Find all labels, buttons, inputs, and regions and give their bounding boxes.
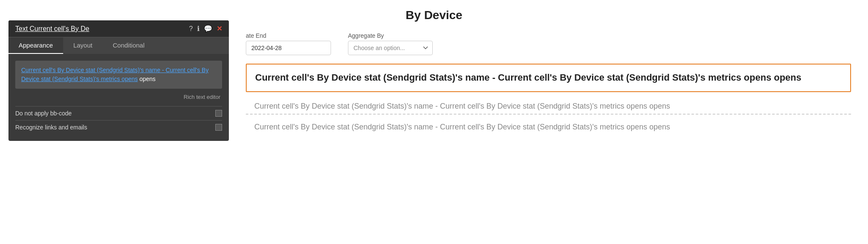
panel-icons: ? ℹ 💬 ✕ [189, 25, 222, 33]
preview-link-text: Current cell's By Device stat (Sendgrid … [21, 67, 209, 82]
aggregate-by-group: Aggregate By Choose an option... [348, 32, 433, 55]
tab-layout[interactable]: Layout [63, 37, 103, 54]
normal-cell-text: Current cell's By Device stat (Sendgrid … [254, 102, 670, 110]
tab-appearance[interactable]: Appearance [8, 37, 63, 54]
close-icon[interactable]: ✕ [217, 25, 222, 33]
panel-body: Current cell's By Device stat (Sendgrid … [8, 54, 229, 141]
date-end-input[interactable] [246, 41, 331, 55]
panel-title: Text Current cell's By De [15, 25, 89, 33]
comment-icon[interactable]: 💬 [204, 25, 212, 33]
option-bbcode-checkbox[interactable] [215, 110, 222, 117]
normal-cell[interactable]: Current cell's By Device stat (Sendgrid … [246, 94, 851, 114]
option-row-links: Recognize links and emails [15, 120, 222, 134]
option-row-bbcode: Do not apply bb-code [15, 106, 222, 120]
panel-header: Text Current cell's By De ? ℹ 💬 ✕ [8, 20, 229, 37]
rich-text-label: Rich text editor [15, 94, 222, 100]
selected-cell[interactable]: Current cell's By Device stat (Sendgrid … [246, 64, 851, 92]
option-links-label: Recognize links and emails [15, 124, 87, 131]
option-links-checkbox[interactable] [215, 124, 222, 131]
aggregate-by-label: Aggregate By [348, 32, 433, 39]
aggregate-by-select[interactable]: Choose an option... [348, 41, 433, 55]
dashed-cell[interactable]: Current cell's By Device stat (Sendgrid … [246, 114, 851, 140]
option-bbcode-label: Do not apply bb-code [15, 110, 72, 117]
date-end-label: ate End [246, 32, 331, 39]
preview-plain-text: opens [138, 76, 156, 82]
text-preview: Current cell's By Device stat (Sendgrid … [15, 61, 222, 89]
date-end-group: ate End [246, 32, 331, 55]
question-icon[interactable]: ? [189, 25, 193, 33]
info-icon[interactable]: ℹ [197, 25, 200, 33]
dashed-cell-text: Current cell's By Device stat (Sendgrid … [254, 123, 670, 131]
panel: Text Current cell's By De ? ℹ 💬 ✕ Appear… [8, 20, 229, 141]
panel-tabs: Appearance Layout Conditional [8, 37, 229, 54]
tab-conditional[interactable]: Conditional [103, 37, 155, 54]
selected-cell-text: Current cell's By Device stat (Sendgrid … [255, 72, 801, 83]
